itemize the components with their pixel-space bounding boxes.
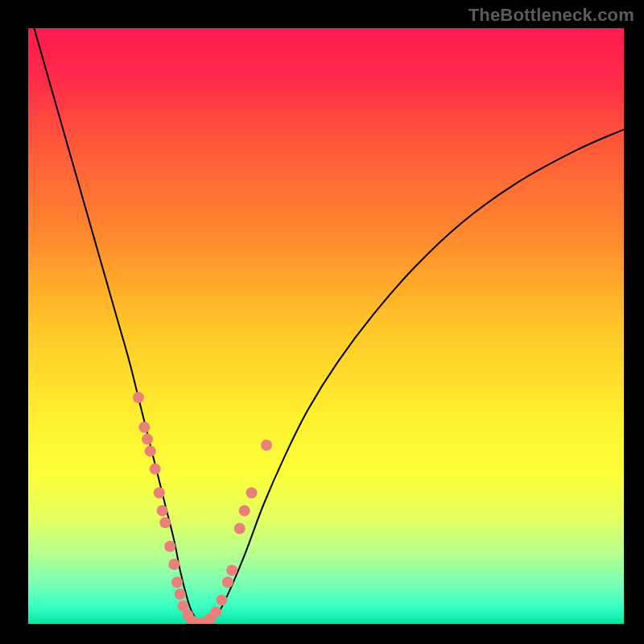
plot-background xyxy=(28,28,624,624)
scatter-dot xyxy=(164,541,175,552)
scatter-dot xyxy=(157,505,168,516)
scatter-dot xyxy=(159,517,171,528)
chart-frame: { "watermark": "TheBottleneck.com", "col… xyxy=(0,0,644,644)
scatter-dot xyxy=(261,440,272,451)
scatter-dot xyxy=(226,564,237,576)
scatter-dot xyxy=(210,606,221,617)
scatter-dot xyxy=(145,445,156,456)
scatter-dot xyxy=(138,422,150,433)
scatter-dot xyxy=(222,576,233,588)
chart-svg xyxy=(0,0,644,644)
scatter-dot xyxy=(171,576,183,588)
scatter-dot xyxy=(246,487,258,498)
scatter-dot xyxy=(239,505,250,516)
watermark-text: TheBottleneck.com xyxy=(469,5,634,26)
scatter-dot xyxy=(217,594,228,605)
scatter-dot xyxy=(150,464,161,475)
scatter-dot xyxy=(133,392,144,403)
scatter-dot xyxy=(168,559,180,570)
scatter-dot xyxy=(234,523,246,535)
scatter-dot xyxy=(175,588,186,600)
scatter-dot xyxy=(154,487,165,498)
scatter-dot xyxy=(142,434,153,445)
